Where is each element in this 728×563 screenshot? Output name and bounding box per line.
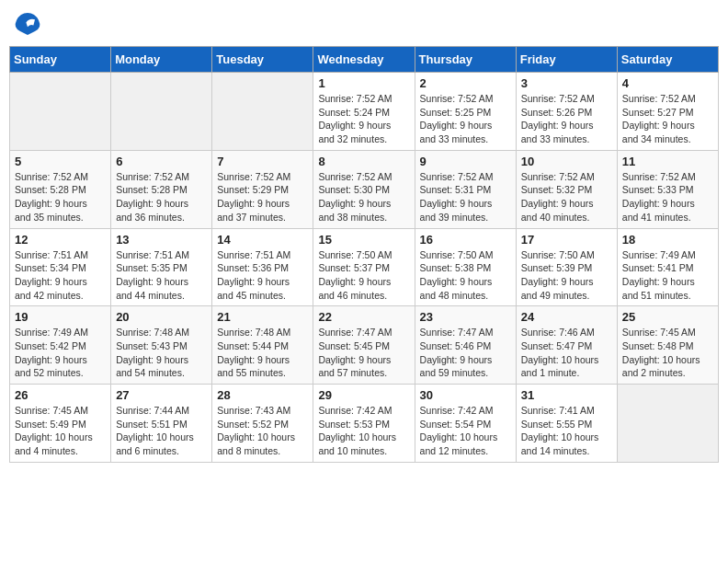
calendar-cell: 10Sunrise: 7:52 AM Sunset: 5:32 PM Dayli… — [516, 150, 617, 228]
day-number: 3 — [521, 76, 612, 90]
calendar-week-row: 5Sunrise: 7:52 AM Sunset: 5:28 PM Daylig… — [10, 150, 719, 228]
day-info: Sunrise: 7:45 AM Sunset: 5:49 PM Dayligh… — [15, 404, 106, 458]
logo-icon — [13, 9, 42, 39]
day-info: Sunrise: 7:41 AM Sunset: 5:55 PM Dayligh… — [521, 404, 612, 458]
weekday-header-row: SundayMondayTuesdayWednesdayThursdayFrid… — [10, 47, 719, 73]
page-header — [9, 9, 719, 39]
day-info: Sunrise: 7:49 AM Sunset: 5:42 PM Dayligh… — [15, 326, 106, 380]
calendar-cell: 12Sunrise: 7:51 AM Sunset: 5:34 PM Dayli… — [10, 228, 111, 306]
calendar-cell: 20Sunrise: 7:48 AM Sunset: 5:43 PM Dayli… — [111, 306, 212, 385]
day-number: 17 — [521, 233, 612, 247]
calendar-cell: 3Sunrise: 7:52 AM Sunset: 5:26 PM Daylig… — [516, 73, 617, 151]
day-info: Sunrise: 7:52 AM Sunset: 5:33 PM Dayligh… — [622, 170, 713, 224]
calendar-cell: 9Sunrise: 7:52 AM Sunset: 5:31 PM Daylig… — [415, 150, 516, 228]
calendar-cell — [212, 73, 313, 151]
calendar-cell: 2Sunrise: 7:52 AM Sunset: 5:25 PM Daylig… — [415, 73, 516, 151]
weekday-header: Thursday — [415, 47, 516, 73]
day-info: Sunrise: 7:43 AM Sunset: 5:52 PM Dayligh… — [217, 404, 308, 458]
day-info: Sunrise: 7:42 AM Sunset: 5:53 PM Dayligh… — [318, 404, 409, 458]
weekday-header: Tuesday — [212, 47, 313, 73]
day-info: Sunrise: 7:50 AM Sunset: 5:37 PM Dayligh… — [318, 248, 409, 303]
day-number: 7 — [217, 155, 308, 168]
calendar-cell: 18Sunrise: 7:49 AM Sunset: 5:41 PM Dayli… — [617, 228, 718, 306]
calendar-cell: 22Sunrise: 7:47 AM Sunset: 5:45 PM Dayli… — [313, 306, 415, 385]
day-info: Sunrise: 7:48 AM Sunset: 5:43 PM Dayligh… — [116, 326, 207, 380]
day-info: Sunrise: 7:52 AM Sunset: 5:26 PM Dayligh… — [521, 92, 612, 146]
day-number: 20 — [116, 310, 207, 324]
day-info: Sunrise: 7:52 AM Sunset: 5:32 PM Dayligh… — [521, 170, 612, 224]
calendar-cell: 7Sunrise: 7:52 AM Sunset: 5:29 PM Daylig… — [212, 150, 313, 228]
calendar-cell: 24Sunrise: 7:46 AM Sunset: 5:47 PM Dayli… — [516, 306, 617, 385]
calendar-cell: 16Sunrise: 7:50 AM Sunset: 5:38 PM Dayli… — [415, 228, 516, 306]
day-number: 19 — [15, 310, 106, 324]
calendar-cell: 4Sunrise: 7:52 AM Sunset: 5:27 PM Daylig… — [617, 73, 718, 151]
day-number: 11 — [622, 155, 713, 168]
day-info: Sunrise: 7:50 AM Sunset: 5:38 PM Dayligh… — [420, 248, 511, 303]
calendar-week-row: 1Sunrise: 7:52 AM Sunset: 5:24 PM Daylig… — [10, 73, 719, 151]
logo — [13, 9, 44, 39]
day-number: 5 — [15, 155, 106, 168]
calendar-cell: 5Sunrise: 7:52 AM Sunset: 5:28 PM Daylig… — [10, 150, 111, 228]
calendar-cell: 14Sunrise: 7:51 AM Sunset: 5:36 PM Dayli… — [212, 228, 313, 306]
day-number: 12 — [15, 233, 106, 247]
calendar-cell: 30Sunrise: 7:42 AM Sunset: 5:54 PM Dayli… — [415, 385, 516, 463]
day-number: 16 — [420, 233, 511, 247]
day-info: Sunrise: 7:51 AM Sunset: 5:35 PM Dayligh… — [116, 248, 207, 303]
day-number: 6 — [116, 155, 207, 168]
day-info: Sunrise: 7:52 AM Sunset: 5:27 PM Dayligh… — [622, 92, 713, 146]
calendar-cell — [617, 385, 718, 463]
day-number: 30 — [420, 388, 511, 402]
day-info: Sunrise: 7:47 AM Sunset: 5:45 PM Dayligh… — [318, 326, 409, 380]
day-number: 31 — [521, 388, 612, 402]
calendar-cell: 15Sunrise: 7:50 AM Sunset: 5:37 PM Dayli… — [313, 228, 415, 306]
day-info: Sunrise: 7:47 AM Sunset: 5:46 PM Dayligh… — [420, 326, 511, 380]
calendar-cell: 19Sunrise: 7:49 AM Sunset: 5:42 PM Dayli… — [10, 306, 111, 385]
day-number: 18 — [622, 233, 713, 247]
day-number: 10 — [521, 155, 612, 168]
day-number: 24 — [521, 310, 612, 324]
day-number: 21 — [217, 310, 308, 324]
day-info: Sunrise: 7:52 AM Sunset: 5:29 PM Dayligh… — [217, 170, 308, 224]
calendar-week-row: 12Sunrise: 7:51 AM Sunset: 5:34 PM Dayli… — [10, 228, 719, 306]
calendar-week-row: 19Sunrise: 7:49 AM Sunset: 5:42 PM Dayli… — [10, 306, 719, 385]
day-info: Sunrise: 7:52 AM Sunset: 5:28 PM Dayligh… — [116, 170, 207, 224]
day-info: Sunrise: 7:49 AM Sunset: 5:41 PM Dayligh… — [622, 248, 713, 303]
calendar-cell: 26Sunrise: 7:45 AM Sunset: 5:49 PM Dayli… — [10, 385, 111, 463]
calendar-cell: 17Sunrise: 7:50 AM Sunset: 5:39 PM Dayli… — [516, 228, 617, 306]
day-info: Sunrise: 7:46 AM Sunset: 5:47 PM Dayligh… — [521, 326, 612, 380]
weekday-header: Friday — [516, 47, 617, 73]
calendar-cell: 21Sunrise: 7:48 AM Sunset: 5:44 PM Dayli… — [212, 306, 313, 385]
day-number: 28 — [217, 388, 308, 402]
day-number: 1 — [318, 76, 409, 90]
calendar-cell: 31Sunrise: 7:41 AM Sunset: 5:55 PM Dayli… — [516, 385, 617, 463]
day-number: 15 — [318, 233, 409, 247]
day-info: Sunrise: 7:48 AM Sunset: 5:44 PM Dayligh… — [217, 326, 308, 380]
day-info: Sunrise: 7:45 AM Sunset: 5:48 PM Dayligh… — [622, 326, 713, 380]
day-info: Sunrise: 7:51 AM Sunset: 5:36 PM Dayligh… — [217, 248, 308, 303]
calendar-cell: 28Sunrise: 7:43 AM Sunset: 5:52 PM Dayli… — [212, 385, 313, 463]
calendar-cell: 8Sunrise: 7:52 AM Sunset: 5:30 PM Daylig… — [313, 150, 415, 228]
day-number: 9 — [420, 155, 511, 168]
day-number: 8 — [318, 155, 409, 168]
day-number: 23 — [420, 310, 511, 324]
day-number: 27 — [116, 388, 207, 402]
day-info: Sunrise: 7:52 AM Sunset: 5:25 PM Dayligh… — [420, 92, 511, 146]
day-info: Sunrise: 7:42 AM Sunset: 5:54 PM Dayligh… — [420, 404, 511, 458]
calendar-cell: 11Sunrise: 7:52 AM Sunset: 5:33 PM Dayli… — [617, 150, 718, 228]
day-number: 14 — [217, 233, 308, 247]
day-number: 4 — [622, 76, 713, 90]
day-number: 29 — [318, 388, 409, 402]
calendar-cell — [111, 73, 212, 151]
day-info: Sunrise: 7:50 AM Sunset: 5:39 PM Dayligh… — [521, 248, 612, 303]
calendar-cell — [10, 73, 111, 151]
day-info: Sunrise: 7:52 AM Sunset: 5:24 PM Dayligh… — [318, 92, 409, 146]
calendar-cell: 29Sunrise: 7:42 AM Sunset: 5:53 PM Dayli… — [313, 385, 415, 463]
day-info: Sunrise: 7:51 AM Sunset: 5:34 PM Dayligh… — [15, 248, 106, 303]
day-number: 26 — [15, 388, 106, 402]
calendar-cell: 27Sunrise: 7:44 AM Sunset: 5:51 PM Dayli… — [111, 385, 212, 463]
calendar-cell: 1Sunrise: 7:52 AM Sunset: 5:24 PM Daylig… — [313, 73, 415, 151]
weekday-header: Wednesday — [313, 47, 415, 73]
day-info: Sunrise: 7:52 AM Sunset: 5:30 PM Dayligh… — [318, 170, 409, 224]
day-number: 25 — [622, 310, 713, 324]
weekday-header: Saturday — [617, 47, 718, 73]
